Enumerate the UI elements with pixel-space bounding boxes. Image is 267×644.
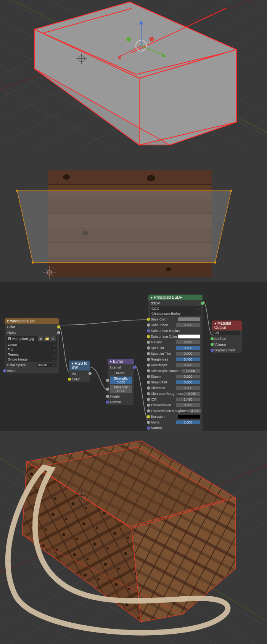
- uv-face-selection[interactable]: [0, 149, 267, 282]
- socket-val-out: Val: [72, 372, 88, 375]
- value-slider[interactable]: 0.000: [176, 403, 200, 407]
- shader-node-editor[interactable]: ▾woodplank.jpg Color Alpha 🖼 woodplank.j…: [0, 282, 267, 431]
- socket-color-in: Color: [72, 377, 88, 381]
- bsdf-input-alpha[interactable]: Alpha1.000: [148, 419, 203, 425]
- image-datablock-field[interactable]: 🖼 woodplank.jpg ▦ 📁 ✕: [6, 336, 57, 342]
- colorspace-dropdown[interactable]: sRGB⌄: [37, 363, 56, 367]
- bsdf-input-sheen-tint[interactable]: Sheen Tint0.500: [148, 379, 203, 385]
- invert-checkbox[interactable]: [110, 371, 114, 375]
- svg-point-41: [32, 261, 34, 264]
- bsdf-input-clearcoat[interactable]: Clearcoat0.000: [148, 385, 203, 391]
- bsdf-input-anisotropic-rotation[interactable]: Anisotropic Rotation0.000: [148, 368, 203, 374]
- 2d-cursor-icon: [43, 266, 56, 279]
- value-slider[interactable]: 0.030: [184, 392, 200, 396]
- value-slider[interactable]: 0.500: [176, 346, 200, 350]
- svg-line-27: [141, 46, 164, 55]
- socket-normal-out: Normal: [110, 365, 132, 369]
- svg-line-29: [118, 46, 141, 57]
- bsdf-input-ior[interactable]: IOR1.450: [148, 396, 203, 402]
- color-swatch[interactable]: [178, 415, 200, 419]
- color-swatch[interactable]: [178, 335, 200, 338]
- transform-gizmo[interactable]: [118, 19, 172, 72]
- socket-surface-in: Surface: [214, 337, 240, 341]
- bsdf-input-base-color[interactable]: Base Color: [148, 316, 203, 322]
- distance-slider[interactable]: Distance: 1.000: [110, 385, 132, 393]
- uv-image-editor[interactable]: [0, 149, 267, 282]
- value-slider[interactable]: 0.000: [176, 340, 200, 344]
- strength-slider[interactable]: Strength: 0.680: [110, 377, 132, 384]
- unlink-button[interactable]: ✕: [50, 336, 56, 341]
- socket-displacement-in: Displacement: [214, 348, 240, 352]
- bsdf-input-normal[interactable]: Normal: [148, 425, 203, 431]
- value-slider[interactable]: 0.000: [176, 352, 200, 356]
- 3d-cursor-icon: [76, 490, 86, 500]
- distribution-dropdown[interactable]: GGX⌄: [150, 306, 201, 311]
- node-principled-bsdf[interactable]: ▾Principled BSDF BSDF GGX⌄ Christensen-B…: [148, 295, 203, 431]
- bsdf-input-transmission-roughness[interactable]: Transmission Roughness0.000: [148, 408, 203, 414]
- value-slider[interactable]: 1.450: [176, 398, 200, 401]
- bsdf-input-specular[interactable]: Specular0.500: [148, 345, 203, 351]
- socket-bsdf-out: BSDF: [151, 301, 200, 305]
- bsdf-input-anisotropic[interactable]: Anisotropic0.000: [148, 362, 203, 368]
- svg-marker-32: [126, 36, 132, 42]
- value-slider[interactable]: 1.000: [176, 420, 200, 424]
- open-image-button[interactable]: 📁: [44, 336, 50, 341]
- bsdf-input-transmission[interactable]: Transmission0.000: [148, 402, 203, 408]
- bsdf-input-subsurface-color[interactable]: Subsurface Color: [148, 333, 203, 339]
- node-material-output[interactable]: ▾Material Output All⌄ Surface Volume Dis…: [212, 320, 242, 353]
- bsdf-input-clearcoat-roughness[interactable]: Clearcoat Roughness0.030: [148, 391, 203, 396]
- value-slider[interactable]: 0.000: [176, 386, 200, 390]
- colorspace-label: Color Space: [7, 363, 37, 367]
- viewport-3d-edit-mode[interactable]: [0, 0, 267, 149]
- value-slider[interactable]: 0.000: [182, 369, 200, 373]
- svg-marker-30: [118, 54, 121, 60]
- node-header[interactable]: ▾Material Output: [212, 320, 242, 330]
- socket-volume-in: Volume: [214, 343, 240, 346]
- svg-marker-28: [162, 53, 166, 57]
- color-swatch[interactable]: [178, 317, 200, 321]
- value-slider[interactable]: 0.000: [189, 409, 201, 413]
- bsdf-input-emission[interactable]: Emission: [148, 414, 203, 419]
- socket-alpha-out: Alpha: [7, 331, 56, 335]
- viewport-3d-textured[interactable]: [0, 431, 267, 644]
- node-header[interactable]: ▾Principled BSDF: [148, 295, 203, 300]
- svg-point-38: [16, 190, 18, 192]
- value-slider[interactable]: 0.500: [176, 380, 200, 384]
- value-slider[interactable]: 0.400: [176, 357, 200, 361]
- socket-vector-in: Vector: [7, 369, 56, 373]
- value-slider[interactable]: 0.000: [176, 375, 200, 378]
- value-slider[interactable]: 0.000: [176, 363, 200, 367]
- bsdf-input-specular-tint[interactable]: Specular Tint0.000: [148, 351, 203, 356]
- svg-point-39: [230, 190, 232, 192]
- node-header[interactable]: ▾woodplank.jpg: [5, 318, 59, 324]
- bsdf-input-metallic[interactable]: Metallic0.000: [148, 339, 203, 345]
- value-slider[interactable]: 0.000: [176, 323, 200, 327]
- socket-height-in: Height: [110, 394, 132, 398]
- bsdf-input-roughness[interactable]: Roughness0.400: [148, 356, 203, 362]
- extension-dropdown[interactable]: Repeat⌄: [6, 352, 57, 357]
- node-rgb-to-bw[interactable]: ▾RGB to BW Val Color: [69, 361, 90, 382]
- node-header[interactable]: ▾Bump: [108, 359, 134, 364]
- interpolation-dropdown[interactable]: Linear⌄: [6, 342, 57, 347]
- target-dropdown[interactable]: All⌄: [214, 331, 240, 335]
- bsdf-input-sheen[interactable]: Sheen0.000: [148, 374, 203, 379]
- svg-marker-37: [17, 191, 231, 262]
- projection-dropdown[interactable]: Flat⌄: [6, 347, 57, 352]
- socket-normal-in: Normal: [110, 400, 132, 404]
- svg-point-40: [214, 261, 216, 264]
- subsurface-method-dropdown[interactable]: Christensen-Burley⌄: [150, 311, 201, 316]
- image-icon: 🖼: [8, 337, 11, 341]
- source-dropdown[interactable]: Single Image⌄: [6, 357, 57, 362]
- bsdf-input-subsurface-radius[interactable]: Subsurface Radius: [148, 328, 203, 333]
- svg-marker-26: [139, 21, 143, 24]
- node-image-texture[interactable]: ▾woodplank.jpg Color Alpha 🖼 woodplank.j…: [5, 318, 59, 374]
- node-bump[interactable]: ▾Bump Normal Invert Strength: 0.680 Dist…: [108, 359, 134, 405]
- svg-marker-31: [149, 36, 154, 42]
- invert-label: Invert: [116, 371, 132, 375]
- node-header[interactable]: ▾RGB to BW: [69, 361, 90, 370]
- bsdf-input-subsurface[interactable]: Subsurface0.000: [148, 322, 203, 328]
- new-image-button[interactable]: ▦: [38, 336, 43, 341]
- 3d-cursor-icon: [76, 53, 87, 64]
- socket-color-out: Color: [7, 325, 56, 329]
